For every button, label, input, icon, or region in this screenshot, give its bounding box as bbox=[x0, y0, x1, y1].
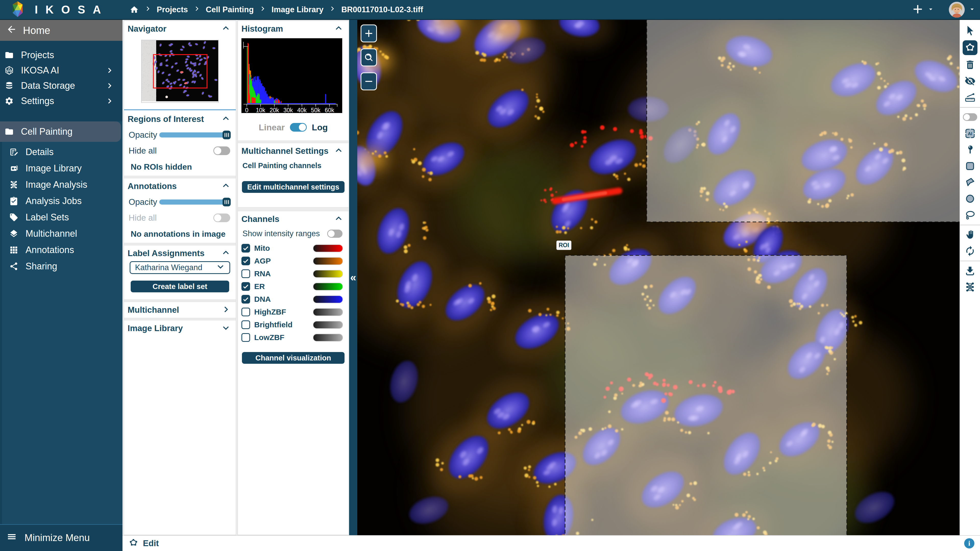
channel-gradient[interactable] bbox=[313, 283, 343, 291]
navigator-panel: Navigator Regions of Interest Opacity Hi… bbox=[124, 21, 236, 535]
chevron-right-icon[interactable] bbox=[221, 305, 230, 315]
sidebar-item-label: Projects bbox=[21, 50, 54, 60]
edit-button[interactable]: Edit bbox=[123, 538, 159, 549]
annotate-polygon-tool[interactable] bbox=[960, 39, 980, 57]
navigator-thumbnail[interactable] bbox=[141, 40, 219, 103]
channel-checkbox[interactable] bbox=[242, 333, 250, 342]
label-assignments-title: Label Assignments bbox=[127, 248, 204, 258]
linear-log-toggle[interactable] bbox=[290, 123, 307, 132]
channel-checkbox[interactable] bbox=[242, 269, 250, 278]
channel-name: HighZBF bbox=[254, 308, 286, 316]
chevron-up-icon[interactable] bbox=[334, 24, 343, 34]
create-label-set-button[interactable]: Create label set bbox=[130, 281, 229, 292]
sidebar-item-home[interactable]: Home bbox=[0, 20, 123, 41]
circle-tool[interactable] bbox=[960, 191, 980, 207]
chevron-up-icon[interactable] bbox=[221, 24, 230, 34]
channel-gradient[interactable] bbox=[313, 245, 343, 252]
annotation-toolbar: AI bbox=[959, 20, 980, 535]
avatar[interactable] bbox=[949, 2, 965, 17]
sidebar-item-sharing[interactable]: Sharing bbox=[2, 258, 123, 275]
layers-icon bbox=[8, 229, 19, 238]
caret-down-icon bbox=[968, 5, 976, 14]
panel-collapse-handle[interactable]: « bbox=[349, 20, 357, 535]
channel-checkbox[interactable] bbox=[242, 308, 250, 316]
select-tool[interactable] bbox=[960, 22, 980, 39]
folder-icon bbox=[3, 51, 15, 60]
histogram-title: Histogram bbox=[242, 24, 283, 34]
sidebar-item-image-library[interactable]: Image Library bbox=[2, 160, 123, 176]
analysis-tool[interactable] bbox=[960, 279, 980, 295]
breadcrumb-item[interactable]: Cell Painting bbox=[206, 5, 254, 14]
menu-icon bbox=[6, 532, 17, 544]
plus-icon bbox=[911, 2, 925, 17]
sidebar-item-data-storage[interactable]: Data Storage bbox=[0, 78, 123, 94]
edit-multichannel-settings-button[interactable]: Edit multichannel settings bbox=[242, 181, 345, 193]
divider bbox=[124, 176, 236, 178]
chevron-right-icon bbox=[106, 97, 113, 105]
channel-checkbox[interactable] bbox=[242, 295, 250, 303]
download-tool[interactable] bbox=[960, 262, 980, 279]
channel-checkbox[interactable] bbox=[242, 244, 250, 252]
sidebar-item-multichannel[interactable]: Multichannel bbox=[2, 225, 123, 242]
channel-gradient[interactable] bbox=[313, 333, 343, 341]
home-icon[interactable] bbox=[130, 5, 139, 14]
channel-gradient[interactable] bbox=[313, 308, 343, 316]
bottombar: Edit i bbox=[123, 535, 980, 551]
add-button[interactable] bbox=[911, 2, 935, 17]
chevron-down-icon[interactable] bbox=[221, 324, 230, 333]
chevron-up-icon[interactable] bbox=[334, 214, 343, 224]
channel-visualization-button[interactable]: Channel visualization bbox=[242, 352, 345, 364]
channel-checkbox[interactable] bbox=[242, 257, 250, 265]
freehand-tool[interactable] bbox=[960, 207, 980, 223]
annotations-hide-all-toggle[interactable] bbox=[213, 213, 230, 222]
polygon-tool[interactable] bbox=[960, 174, 980, 191]
breadcrumb-item[interactable]: BR00117010-L02-3.tiff bbox=[341, 5, 423, 14]
roi-hide-all-toggle[interactable] bbox=[213, 146, 230, 155]
channel-checkbox[interactable] bbox=[242, 321, 250, 329]
measure-tool[interactable] bbox=[960, 89, 980, 106]
channel-gradient[interactable] bbox=[313, 270, 343, 278]
breadcrumb-item[interactable]: Image Library bbox=[272, 5, 323, 14]
minimize-menu-button[interactable]: Minimize Menu bbox=[0, 524, 123, 551]
channel-gradient[interactable] bbox=[313, 257, 343, 265]
zoom-in-button[interactable] bbox=[361, 24, 377, 42]
channel-gradient[interactable] bbox=[313, 295, 343, 303]
chevron-up-icon[interactable] bbox=[221, 181, 230, 191]
zoom-reset-button[interactable] bbox=[361, 48, 377, 66]
channel-checkbox[interactable] bbox=[242, 282, 250, 291]
rectangle-tool[interactable] bbox=[960, 158, 980, 174]
chevron-up-icon[interactable] bbox=[221, 248, 230, 258]
minimize-label: Minimize Menu bbox=[24, 532, 90, 543]
image-viewer[interactable]: ROI bbox=[357, 20, 959, 535]
chevron-up-icon[interactable] bbox=[221, 114, 230, 124]
histogram-plot: 010k20k30k40k50k60k bbox=[242, 38, 345, 114]
chevron-up-icon[interactable] bbox=[334, 146, 343, 156]
toggle-control[interactable] bbox=[960, 109, 980, 125]
point-tool[interactable] bbox=[960, 141, 980, 158]
show-intensity-toggle[interactable] bbox=[327, 230, 342, 238]
sidebar-item-image-analysis[interactable]: Image Analysis bbox=[2, 176, 123, 193]
sidebar-item-annotations[interactable]: Annotations bbox=[2, 242, 123, 258]
sidebar-item-details[interactable]: Details bbox=[2, 144, 123, 160]
zoom-out-button[interactable] bbox=[361, 73, 377, 90]
breadcrumb-item[interactable]: Projects bbox=[157, 5, 188, 14]
sidebar-item-cell-painting[interactable]: Cell Painting bbox=[0, 121, 121, 142]
hide-annotations-tool[interactable] bbox=[960, 73, 980, 89]
sidebar-item-projects[interactable]: Projects bbox=[0, 48, 123, 63]
user-menu[interactable] bbox=[949, 2, 976, 17]
info-button[interactable]: i bbox=[964, 538, 974, 548]
delete-tool[interactable] bbox=[960, 57, 980, 73]
label-user-dropdown[interactable]: Katharina Wiegand bbox=[130, 261, 230, 274]
sidebar-item-label-sets[interactable]: Label Sets bbox=[2, 209, 123, 225]
ai-assist-tool[interactable]: AI bbox=[960, 125, 980, 141]
divider bbox=[238, 207, 348, 211]
pan-tool[interactable] bbox=[960, 227, 980, 243]
sidebar-item-settings[interactable]: Settings bbox=[0, 94, 123, 109]
sidebar-item-ikosa-ai[interactable]: AI IKOSA AI bbox=[0, 63, 123, 78]
annotations-opacity-slider[interactable] bbox=[159, 200, 230, 205]
sidebar-item-analysis-jobs[interactable]: Analysis Jobs bbox=[2, 193, 123, 209]
refresh-tool[interactable] bbox=[960, 243, 980, 259]
channel-gradient[interactable] bbox=[313, 321, 343, 329]
roi-opacity-slider[interactable] bbox=[159, 132, 230, 138]
channel-name: Brightfield bbox=[254, 321, 293, 329]
